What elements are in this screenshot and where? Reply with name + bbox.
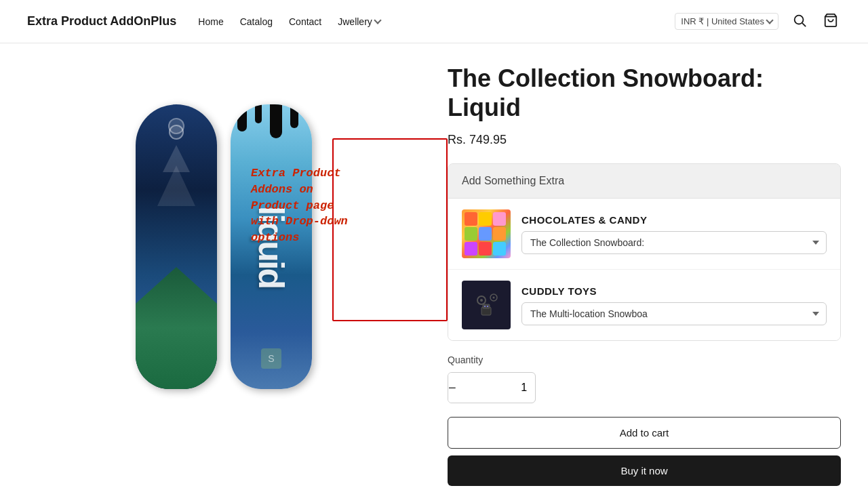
svg-point-0 [795,16,804,24]
toys-image [462,281,511,329]
snowboard-right: liquid S [231,104,312,389]
locale-selector[interactable]: INR ₹ | United States [675,13,778,30]
quantity-input[interactable] [456,382,536,394]
toys-addon-info: CUDDLY TOYS The Multi-location Snowboa O… [521,285,827,325]
candy-addon-name: Chocolates & Candy [521,214,827,226]
toys-addon-name: CUDDLY TOYS [521,285,827,297]
chevron-down-icon [374,16,381,24]
search-icon [792,13,807,30]
candy-image [462,209,511,258]
svg-point-5 [480,299,483,302]
addon-section: Add Something Extra [448,163,841,341]
nav-catalog[interactable]: Catalog [240,16,273,27]
svg-rect-7 [483,304,490,308]
addon-item-candy: Chocolates & Candy The Collection Snowbo… [448,199,840,270]
candy-thumbnail [462,209,511,258]
quantity-control: − + [448,372,536,403]
chevron-down-icon [766,16,773,24]
site-header: Extra Product AddOnPlus Home Catalog Con… [0,0,868,43]
toys-addon-select[interactable]: The Multi-location Snowboa Option 2 [521,302,827,325]
product-title: The Collection Snowboard: Liquid [448,64,841,122]
nav-contact[interactable]: Contact [289,16,321,27]
cart-button[interactable] [821,10,841,33]
snowboard-container: ❋ liquid S Extra ProductAddons onProduct… [41,70,407,423]
quantity-label: Quantity [448,354,841,365]
cart-icon [823,13,838,30]
quantity-decrease-button[interactable]: − [448,373,456,403]
candy-addon-info: Chocolates & Candy The Collection Snowbo… [521,214,827,254]
nav-home[interactable]: Home [198,16,223,27]
annotation-text: Extra ProductAddons onProduct pagewith D… [251,165,359,246]
product-price: Rs. 749.95 [448,133,841,147]
main-content: ❋ liquid S Extra ProductAddons onProduct… [0,43,868,488]
nav-jwellery[interactable]: Jwellery [338,16,380,27]
svg-point-8 [484,306,486,307]
svg-line-1 [802,23,806,26]
snowboard-left: ❋ [136,104,217,389]
add-to-cart-button[interactable]: Add to cart [448,417,841,449]
search-button[interactable] [789,10,810,33]
addon-item-toys: CUDDLY TOYS The Multi-location Snowboa O… [448,270,840,340]
candy-addon-select[interactable]: The Collection Snowboard: Option 2 [521,231,827,254]
main-nav: Home Catalog Contact Jwellery [198,16,380,27]
product-image-area: ❋ liquid S Extra ProductAddons onProduct… [27,57,420,486]
product-details: The Collection Snowboard: Liquid Rs. 749… [448,57,841,486]
addon-section-header: Add Something Extra [448,164,840,199]
svg-point-11 [493,297,495,299]
toys-thumbnail [462,281,511,329]
site-logo[interactable]: Extra Product AddOnPlus [27,14,176,28]
svg-point-9 [487,306,488,307]
buy-now-button[interactable]: Buy it now [448,455,841,486]
